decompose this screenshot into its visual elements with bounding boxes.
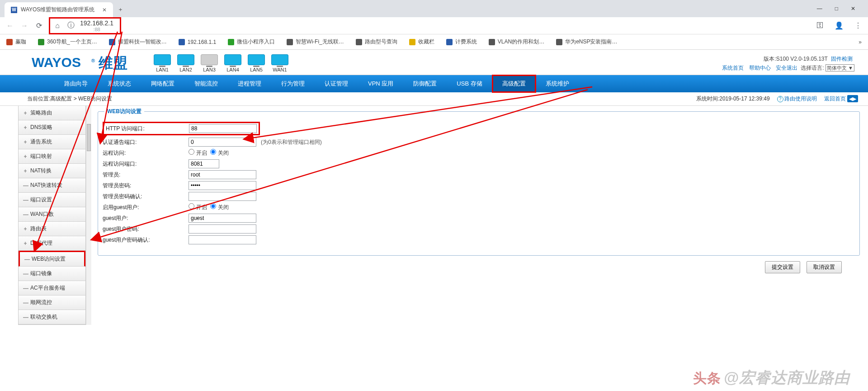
- help-link[interactable]: ?路由使用说明: [777, 95, 817, 103]
- bookmark-icon: [489, 39, 495, 45]
- sidebar-item-label: 联动交换机: [30, 313, 57, 321]
- submit-button[interactable]: 提交设置: [765, 261, 800, 273]
- sidebar-item[interactable]: —AC平台服务端: [19, 281, 85, 296]
- menu-item[interactable]: 进程管理: [228, 75, 271, 92]
- remote-off-radio[interactable]: 关闭: [210, 149, 229, 157]
- bookmark-item[interactable]: 计费系统: [446, 38, 477, 46]
- plus-icon: +: [23, 153, 28, 160]
- guest-pw2-input[interactable]: [189, 235, 256, 244]
- menu-item[interactable]: 系统状态: [98, 75, 141, 92]
- site-info-icon[interactable]: ⓘ: [66, 21, 75, 30]
- sidebar-item[interactable]: +DNS代理: [19, 236, 85, 251]
- menu-item[interactable]: VPN 应用: [358, 75, 403, 92]
- window-max-icon[interactable]: □: [835, 5, 838, 12]
- sidebar-item[interactable]: —NAT快速转发: [19, 178, 85, 193]
- sidebar-item[interactable]: —端口设置: [19, 193, 85, 207]
- bookmark-item[interactable]: 路由型号查询: [356, 38, 397, 46]
- sidebar-item-label: AC平台服务端: [30, 284, 65, 292]
- link-logout[interactable]: 安全退出: [776, 65, 797, 71]
- close-icon[interactable]: ✕: [102, 7, 107, 13]
- auth-port-input[interactable]: [189, 138, 256, 147]
- port-label: LAN4: [226, 67, 239, 72]
- bookmark-item[interactable]: 华为eNSP安装指南…: [556, 38, 617, 46]
- minus-icon: —: [24, 256, 29, 262]
- guest-on-radio[interactable]: 开启: [189, 203, 207, 211]
- url-text[interactable]: 192.168.2.1:88: [80, 19, 113, 32]
- panel-title: WEB访问设置: [104, 108, 144, 115]
- admin-pw-input[interactable]: [189, 181, 256, 190]
- browser-tab[interactable]: W WAYOS维盟智能路由管理系统 ✕: [5, 2, 113, 17]
- monitor-icon: [154, 54, 171, 65]
- key-icon[interactable]: ⚿: [816, 21, 825, 30]
- port-LAN1: LAN1: [154, 54, 171, 72]
- profile-icon[interactable]: 👤: [835, 21, 844, 30]
- bookmark-item[interactable]: 收藏栏: [409, 38, 434, 46]
- sidebar-item[interactable]: +通告系统: [19, 135, 85, 149]
- bookmark-label: 赢咖: [15, 38, 26, 46]
- url-highlight: ⌂ ⓘ 192.168.2.1:88: [49, 17, 121, 34]
- bookmark-item[interactable]: 维盟科技—智能改…: [109, 38, 167, 46]
- guest-pw2-label: guest用户密码确认:: [103, 236, 189, 244]
- new-tab-button[interactable]: ＋: [113, 2, 128, 17]
- window-min-icon[interactable]: —: [817, 5, 822, 12]
- bookmark-item[interactable]: 192.168.1.1: [179, 39, 216, 45]
- admin-input[interactable]: [189, 170, 256, 179]
- sidebar-item[interactable]: +路由表: [19, 222, 85, 236]
- bookmark-item[interactable]: 赢咖: [6, 38, 26, 46]
- sidebar-item[interactable]: +端口映射: [19, 149, 85, 164]
- bookmark-item[interactable]: 微信小程序入口: [228, 38, 275, 46]
- main-content: WEB访问设置 HTTP 访问端口: 认证通告端口: (为0表示和管理端口相同)…: [98, 108, 860, 325]
- http-port-input[interactable]: [189, 124, 257, 133]
- sidebar-item[interactable]: +NAT转换: [19, 164, 85, 178]
- lang-select[interactable]: 简体中文 ▼: [826, 64, 854, 72]
- nav-back-icon[interactable]: ←: [5, 22, 14, 30]
- sidebar-item[interactable]: +策略路由: [19, 106, 85, 120]
- firmware-link[interactable]: 固件检测: [831, 56, 853, 62]
- sidebar-item[interactable]: —顺网流控: [19, 296, 85, 310]
- port-LAN4: LAN4: [224, 54, 241, 72]
- remote-on-radio[interactable]: 开启: [189, 149, 207, 157]
- bookmark-item[interactable]: VLAN的作用和划…: [489, 38, 544, 46]
- menu-item[interactable]: 高级配置: [492, 75, 536, 92]
- sidebar-item[interactable]: —端口镜像: [19, 267, 85, 281]
- sidebar-item[interactable]: —联动交换机: [19, 310, 85, 324]
- guest-pw-input[interactable]: [189, 224, 256, 234]
- bookmark-item[interactable]: 智慧Wi-Fi_无线联…: [287, 38, 344, 46]
- guest-input[interactable]: [189, 214, 256, 223]
- bookmark-label: 智慧Wi-Fi_无线联…: [296, 38, 344, 46]
- sidebar-item[interactable]: —WAN口数: [19, 207, 85, 222]
- link-help[interactable]: 帮助中心: [749, 65, 771, 71]
- menu-item[interactable]: 行为管理: [271, 75, 315, 92]
- menu-item[interactable]: 认证管理: [315, 75, 358, 92]
- remote-port-input[interactable]: [189, 159, 219, 168]
- guest-off-radio[interactable]: 关闭: [210, 203, 229, 211]
- bookmark-item[interactable]: 360导航_一个主页…: [38, 38, 97, 46]
- sidebar-item[interactable]: +DNS策略: [19, 120, 85, 135]
- menu-item[interactable]: 防御配置: [403, 75, 447, 92]
- sidebar-item[interactable]: —WEB访问设置: [19, 251, 85, 267]
- menu-item[interactable]: 路由向导: [54, 75, 98, 92]
- back-home-link[interactable]: 返回首页 ◀▶: [824, 95, 858, 103]
- remote-label: 远程访问:: [103, 149, 189, 157]
- cancel-button[interactable]: 取消设置: [807, 261, 842, 273]
- bookmarks-overflow-icon[interactable]: »: [859, 39, 862, 45]
- port-label: LAN2: [179, 67, 192, 72]
- sidebar-scrollbar[interactable]: [86, 106, 91, 325]
- home-icon[interactable]: ⌂: [53, 22, 62, 30]
- plus-icon: +: [23, 110, 28, 116]
- admin-pw2-input[interactable]: [189, 192, 256, 201]
- nav-forward-icon[interactable]: →: [20, 22, 29, 30]
- guest-en-label: 启用guest用户:: [103, 204, 189, 211]
- menu-item[interactable]: 网络配置: [141, 75, 184, 92]
- auth-port-hint: (为0表示和管理端口相同): [261, 138, 322, 146]
- bookmark-icon: [109, 39, 115, 45]
- menu-icon[interactable]: ⋮: [854, 21, 863, 30]
- menu-item[interactable]: USB 存储: [447, 75, 492, 92]
- nav-reload-icon[interactable]: ⟳: [34, 21, 43, 30]
- window-close-icon[interactable]: ✕: [851, 5, 855, 12]
- bookmark-label: 路由型号查询: [365, 38, 397, 46]
- menu-item[interactable]: 智能流控: [184, 75, 228, 92]
- menu-item[interactable]: 系统维护: [536, 75, 579, 92]
- breadcrumb: 当前位置:高级配置 > WEB访问设置 系统时间:2019-05-17 12:3…: [0, 92, 868, 106]
- link-home[interactable]: 系统首页: [722, 65, 744, 71]
